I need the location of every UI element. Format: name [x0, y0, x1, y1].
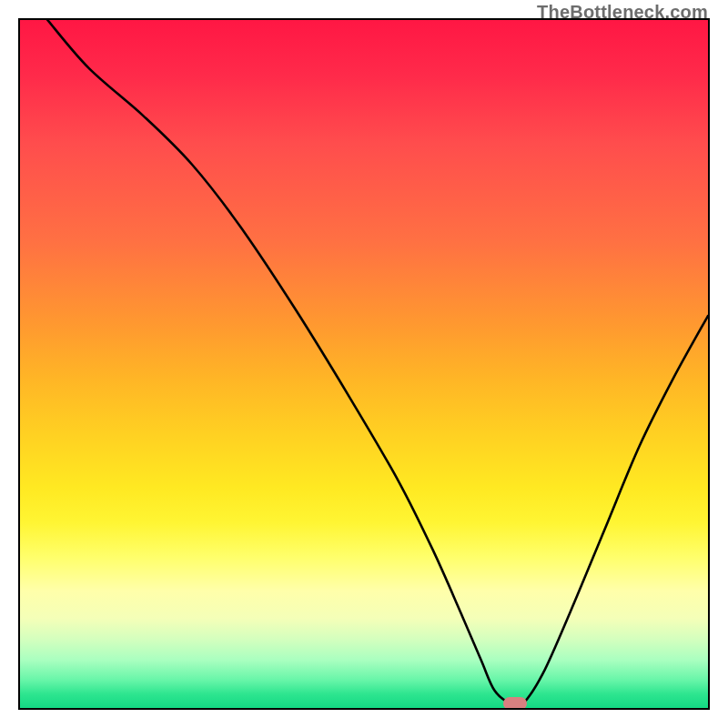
- optimal-point-marker: [503, 697, 527, 710]
- plot-area: [18, 18, 710, 710]
- bottleneck-curve: [20, 20, 708, 708]
- chart-container: TheBottleneck.com: [0, 0, 728, 728]
